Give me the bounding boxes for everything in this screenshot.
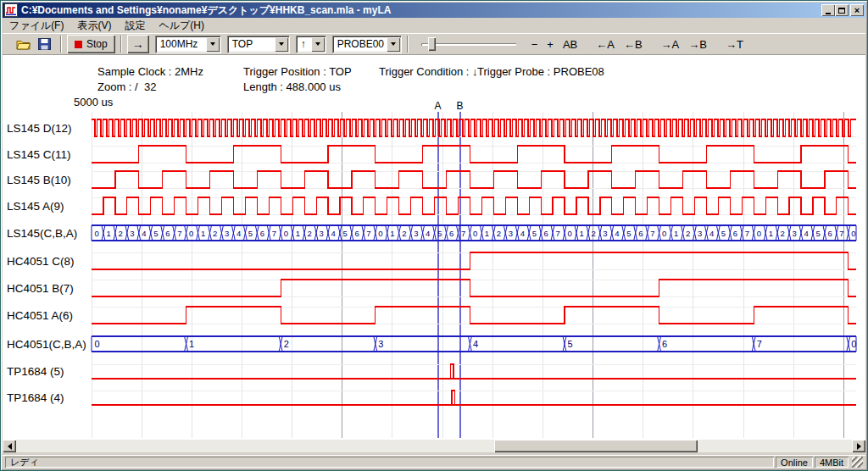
open-button[interactable] <box>13 35 34 53</box>
slider-thumb[interactable] <box>428 37 436 51</box>
trigger-edge-combo[interactable]: ↑ <box>296 36 326 53</box>
status-ready-pane: レディ <box>5 457 774 468</box>
trigger-edge-value: ↑ <box>297 38 311 50</box>
move-cursor-b-button[interactable]: →B <box>685 36 710 53</box>
zoom-in-button[interactable]: + <box>543 36 557 53</box>
trigger-position-value: TOP <box>228 38 275 50</box>
menu-settings[interactable]: 設定 <box>118 18 152 34</box>
ab-button[interactable]: AB <box>559 36 581 53</box>
statusbar: レディ Online 4MBit <box>3 455 865 468</box>
trigger-probe-value: PROBE00 <box>333 38 387 50</box>
sample-clock-text: Sample Clock : 2MHz <box>97 65 203 78</box>
stop-button[interactable]: Stop <box>67 35 115 53</box>
right-arrow-icon <box>857 443 861 450</box>
status-online-pane: Online <box>776 457 813 468</box>
sample-rate-value: 100MHz <box>156 38 206 50</box>
minimize-icon <box>826 13 831 14</box>
zoom-text: Zoom : / 32 <box>97 80 156 93</box>
scroll-right-button[interactable] <box>852 440 865 452</box>
minimize-button[interactable] <box>821 4 835 16</box>
goto-trigger-button[interactable]: →T <box>722 36 747 53</box>
window-title: C:¥Documents and Settings¥noname¥デスクトップ¥… <box>21 3 821 18</box>
stop-icon <box>75 41 82 48</box>
open-folder-icon <box>16 38 31 50</box>
app-window: C:¥Documents and Settings¥noname¥デスクトップ¥… <box>0 0 868 471</box>
menu-file[interactable]: ファイル(F) <box>3 18 70 34</box>
status-memory-pane: 4MBit <box>815 457 849 468</box>
zoom-slider[interactable] <box>421 35 516 53</box>
chevron-down-icon[interactable] <box>275 37 288 52</box>
maximize-icon <box>838 8 845 14</box>
maximize-button[interactable] <box>835 4 849 16</box>
move-cursor-a-button[interactable]: →A <box>658 36 683 53</box>
close-button[interactable]: × <box>850 4 864 16</box>
trigger-position-text: Trigger Position : TOP <box>243 65 352 78</box>
toolbar-separator <box>60 36 62 53</box>
zoom-out-button[interactable]: − <box>528 36 542 53</box>
menu-help[interactable]: ヘルプ(H) <box>152 18 211 34</box>
toolbar: Stop → 100MHz TOP ↑ PROBE00 − + AB ←A ←B <box>3 33 865 55</box>
goto-cursor-a-button[interactable]: ←A <box>593 36 618 53</box>
toolbar-separator <box>407 36 409 53</box>
scroll-left-button[interactable] <box>3 440 16 452</box>
left-arrow-icon <box>8 443 12 450</box>
menu-view[interactable]: 表示(V) <box>70 18 118 34</box>
trigger-condition-text: Trigger Condition : ↓ <box>379 65 478 78</box>
save-button[interactable] <box>34 35 55 53</box>
length-text: Length : 488.000 us <box>243 80 341 93</box>
run-button[interactable]: → <box>127 35 149 53</box>
resize-grip[interactable] <box>852 457 863 468</box>
menubar: ファイル(F) 表示(V) 設定 ヘルプ(H) <box>3 18 865 33</box>
app-icon <box>4 3 18 17</box>
chevron-down-icon[interactable] <box>311 37 325 52</box>
chevron-down-icon[interactable] <box>387 37 400 52</box>
titlebar: C:¥Documents and Settings¥noname¥デスクトップ¥… <box>3 3 865 18</box>
waveform-client-area <box>3 55 865 440</box>
toolbar-separator <box>120 36 122 53</box>
sample-rate-combo[interactable]: 100MHz <box>155 36 221 53</box>
trigger-probe-combo[interactable]: PROBE00 <box>332 36 402 53</box>
chevron-down-icon[interactable] <box>206 37 220 52</box>
trigger-position-combo[interactable]: TOP <box>227 36 290 53</box>
trigger-probe-text: Trigger Probe : PROBE08 <box>477 65 604 78</box>
floppy-icon <box>38 38 51 50</box>
stop-label: Stop <box>86 38 108 50</box>
goto-cursor-b-button[interactable]: ←B <box>620 36 646 53</box>
horizontal-scrollbar[interactable] <box>3 440 865 452</box>
scrollbar-thumb[interactable] <box>494 440 698 452</box>
